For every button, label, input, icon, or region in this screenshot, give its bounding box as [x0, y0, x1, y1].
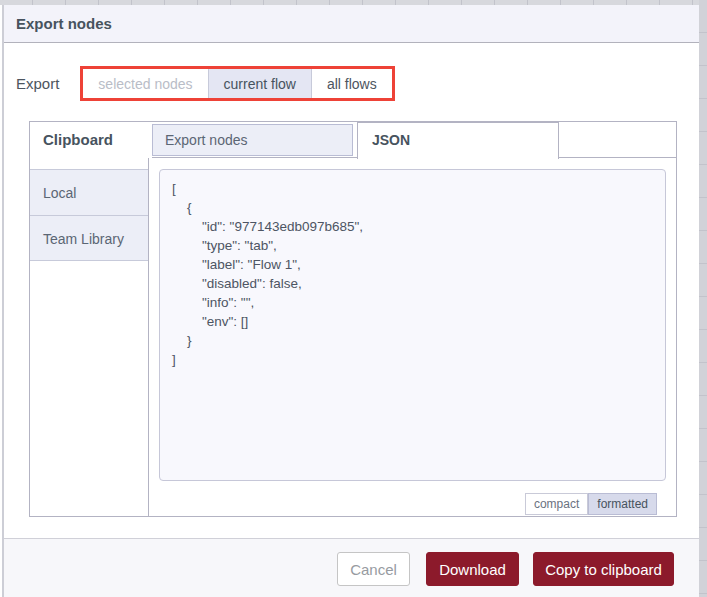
json-export-textarea[interactable]: [ { "id": "977143edb097b685", "type": "t… — [159, 169, 666, 481]
formatted-button[interactable]: formatted — [588, 493, 657, 515]
copy-to-clipboard-button[interactable]: Copy to clipboard — [533, 552, 674, 586]
compact-button[interactable]: compact — [525, 493, 588, 515]
clipboard-section-label: Clipboard — [43, 122, 113, 158]
sidebar-item-team-library[interactable]: Team Library — [30, 215, 148, 261]
export-nodes-dialog: Export nodes Export selected nodes curre… — [2, 5, 699, 597]
tab-json[interactable]: JSON — [357, 122, 559, 159]
dialog-footer: Cancel Download Copy to clipboard — [4, 538, 699, 597]
export-scope-row: Export selected nodes current flow all f… — [16, 66, 395, 101]
cancel-button[interactable]: Cancel — [337, 552, 410, 586]
dialog-title: Export nodes — [16, 15, 112, 32]
export-scope-all-flows-button[interactable]: all flows — [312, 69, 392, 98]
export-scope-button-group: selected nodes current flow all flows — [83, 69, 391, 98]
sidebar-item-local[interactable]: Local — [30, 169, 148, 215]
export-label: Export — [16, 75, 59, 92]
format-button-group: compact formatted — [525, 493, 657, 515]
library-sidebar: Local Team Library — [30, 158, 149, 516]
download-button[interactable]: Download — [426, 552, 519, 586]
dialog-header: Export nodes — [4, 5, 699, 43]
screen: Export nodes Export selected nodes curre… — [0, 0, 707, 597]
export-scope-current-flow-button[interactable]: current flow — [208, 69, 312, 98]
annotation-highlight-box: selected nodes current flow all flows — [80, 66, 394, 101]
tab-export-nodes[interactable]: Export nodes — [152, 124, 353, 156]
export-scope-selected-nodes-button[interactable]: selected nodes — [83, 69, 207, 98]
tab-bar: Clipboard Export nodes JSON — [30, 122, 676, 158]
export-panel: Clipboard Export nodes JSON Local Team L… — [29, 121, 677, 517]
workspace-grid-right — [699, 0, 707, 597]
